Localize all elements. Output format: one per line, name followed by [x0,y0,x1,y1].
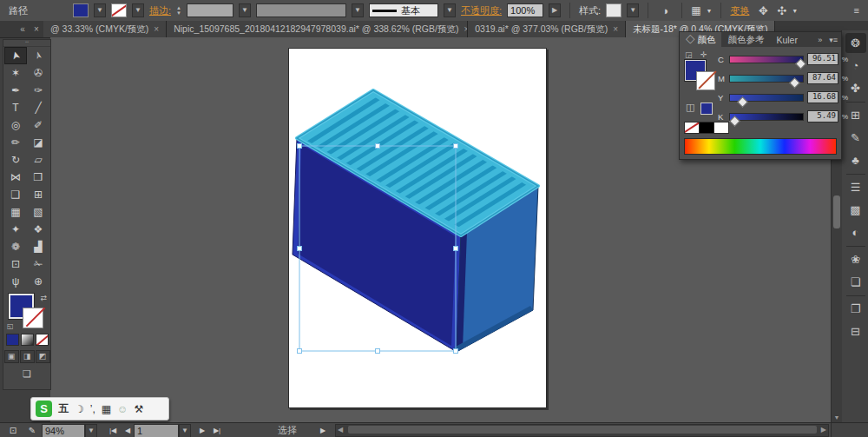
stroke-weight-field[interactable] [187,3,233,17]
last-artboard-icon[interactable]: ▶| [208,427,226,434]
history-status-icon[interactable]: ⊡ [3,426,23,435]
zoom-dropdown-icon[interactable]: ▼ [85,424,97,437]
eraser-tool[interactable]: ◪ [27,134,49,151]
tab-overflow-icon[interactable]: « [16,21,30,37]
magenta-value-field[interactable]: 87.64 [807,72,838,84]
symbols-panel-icon[interactable]: ♣ [845,150,866,170]
ime-settings-wrench-icon[interactable]: ⚒ [134,403,143,415]
color-spectrum-bar[interactable] [684,138,837,155]
document-tab[interactable]: @ 33.33% (CMYK/预览) × [43,21,167,37]
cyan-slider[interactable] [729,56,804,63]
color-button[interactable] [6,334,19,346]
black-slider[interactable] [729,113,804,121]
status-divider-icon[interactable]: ▶ [312,427,333,434]
brush-definition-field[interactable]: 基本 [369,3,438,17]
gradient-tool[interactable]: ▧ [27,203,49,221]
document-tab[interactable]: Nipic_15097685_20180412182947978039.ai* … [167,21,468,37]
line-segment-tool[interactable]: ╱ [27,99,49,116]
magic-wand-tool[interactable]: ✶ [4,64,27,82]
ime-mode-wubi[interactable]: 五 [58,401,69,416]
artboard-tool[interactable]: ⊡ [4,255,27,273]
zoom-tool[interactable]: ⊕ [27,273,49,290]
tab-color-guide[interactable]: 颜色参考 [721,32,770,47]
layers-panel-icon[interactable]: ❐ [845,299,866,319]
blend-tool[interactable]: ❖ [27,221,49,238]
paintbrush-tool[interactable]: ✐ [27,116,49,134]
scale-tool[interactable]: ▱ [27,151,49,169]
hand-tool[interactable]: ψ [4,273,27,290]
style-dropdown-icon[interactable]: ▼ [627,3,639,17]
mesh-tool[interactable]: ▦ [4,203,27,221]
scroll-down-icon[interactable]: ▼ [832,414,842,420]
symbol-sprayer-tool[interactable]: ❁ [4,238,27,255]
stroke-weight-label[interactable]: 描边: [149,4,171,17]
artboards-panel-icon[interactable]: ⊟ [845,321,866,341]
pencil-tool[interactable]: ✏ [4,134,27,151]
direct-selection-tool[interactable]: ➢ [27,47,49,64]
ime-fullhalf-moon-icon[interactable]: ☽ [75,403,84,415]
zoom-level-field[interactable]: 94% [42,424,85,437]
color-panel-icon[interactable]: ❂ [845,33,866,53]
horizontal-scrollbar[interactable]: ◀ ▶ [335,424,829,437]
prev-artboard-icon[interactable]: ◀ [122,427,134,434]
close-tab-icon[interactable]: × [613,24,618,34]
recolor-artwork-icon[interactable]: ◑ [657,4,673,17]
lasso-tool[interactable]: ✇ [27,64,49,82]
shape-modes-icon[interactable]: ✣ [777,4,786,17]
first-artboard-icon[interactable]: |◀ [104,427,122,434]
tab-color[interactable]: ◇ 颜色 [680,32,721,47]
tab-kuler[interactable]: Kuler [770,32,804,47]
variable-width-dropdown-icon[interactable]: ▼ [352,3,364,17]
ime-punctuation-icon[interactable]: ’, [90,403,95,415]
artboard-number-field[interactable]: 1 [134,424,179,437]
graphic-styles-panel-icon[interactable]: ❏ [845,272,866,292]
opacity-label[interactable]: 不透明度: [461,4,502,17]
stroke-panel-icon[interactable]: ☰ [845,177,866,197]
appearance-panel-icon[interactable]: ❀ [845,249,866,269]
black-swatch[interactable] [699,122,714,134]
perspective-grid-tool[interactable]: ⊞ [27,186,49,203]
stroke-stepper-down-icon[interactable]: ▼ [176,10,181,16]
scroll-right-icon[interactable]: ▶ [821,425,826,435]
cyan-value-field[interactable]: 96.51 [807,53,838,65]
brushes-panel-icon[interactable]: ✎ [845,128,866,148]
panel-stroke-swatch[interactable] [696,71,715,90]
transform-link[interactable]: 变换 [730,4,749,17]
width-tool[interactable]: ⋈ [4,169,27,186]
container-illustration[interactable] [289,49,546,407]
slice-tool[interactable]: ✁ [27,255,49,273]
fill-dropdown-icon[interactable]: ▼ [94,3,106,17]
gradient-button[interactable] [21,334,34,346]
close-tab-icon[interactable]: × [154,24,159,34]
column-graph-tool[interactable]: ▟ [27,238,49,255]
tab-close-group-icon[interactable]: × [30,21,43,37]
fill-color-swatch[interactable] [73,3,89,17]
yellow-slider[interactable] [729,94,804,102]
variable-width-profile-field[interactable] [256,3,346,17]
default-fill-stroke-icon[interactable]: ◱ [7,322,14,330]
screen-mode-icon[interactable]: ❏ [17,368,36,381]
stroke-swatch-none[interactable] [23,308,43,328]
artboard[interactable] [288,48,547,408]
collapse-panel-icon[interactable]: » [814,32,825,47]
rotate-tool[interactable]: ↻ [4,151,27,169]
ellipse-tool[interactable]: ◎ [4,116,27,134]
opacity-field[interactable]: 100% [507,3,543,17]
ime-logo-icon[interactable]: S [36,401,52,417]
shape-builder-tool[interactable]: ❑ [4,186,27,203]
toolbox-grip[interactable]: •• [3,40,50,47]
stroke-color-swatch[interactable] [111,3,127,17]
white-swatch[interactable] [713,122,729,134]
artboard-dropdown-icon[interactable]: ▼ [179,424,191,437]
ime-user-icon[interactable]: ☺ [117,403,128,415]
type-tool[interactable]: T [4,99,27,116]
panel-option-icon[interactable]: ✛ [700,50,707,59]
swap-fill-stroke-icon[interactable]: ⇄ [40,294,47,302]
horizontal-scroll-thumb[interactable] [348,426,817,434]
draw-normal-mode-icon[interactable]: ▣ [4,350,19,363]
next-artboard-icon[interactable]: ▶ [196,427,208,434]
add-anchor-point-tool[interactable]: ✑ [27,82,49,99]
free-transform-tool[interactable]: ❒ [27,169,49,186]
transparency-panel-icon[interactable]: ◐ [845,222,866,242]
vertical-scroll-thumb[interactable] [833,195,840,228]
